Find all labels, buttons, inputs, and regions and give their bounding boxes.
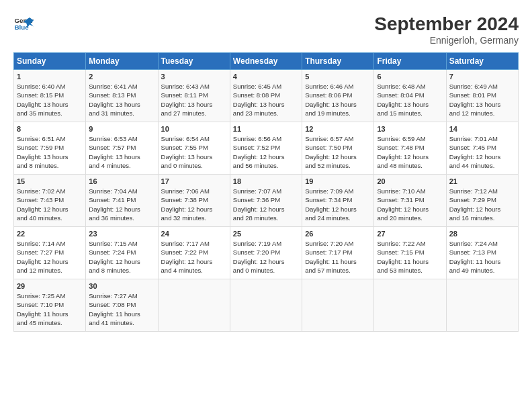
day-info-line: Sunrise: 6:57 AM — [305, 134, 371, 143]
calendar-cell: 17Sunrise: 7:06 AMSunset: 7:38 PMDayligh… — [158, 175, 230, 227]
day-info: Sunrise: 6:43 AMSunset: 8:11 PMDaylight:… — [161, 82, 227, 118]
day-info-line: Sunset: 7:10 PM — [17, 300, 83, 309]
day-info-line: and 19 minutes. — [305, 109, 371, 118]
day-info-line: Daylight: 12 hours — [161, 205, 227, 214]
day-info-line: Daylight: 13 hours — [161, 100, 227, 109]
day-info-line: Daylight: 12 hours — [17, 257, 83, 266]
day-info-line: Sunrise: 7:06 AM — [161, 187, 227, 195]
day-info-line: Sunset: 8:01 PM — [449, 91, 515, 99]
calendar-table: SundayMondayTuesdayWednesdayThursdayFrid… — [13, 52, 519, 332]
day-info-line: Sunset: 7:52 PM — [233, 143, 299, 152]
day-number: 7 — [449, 73, 515, 81]
day-info: Sunrise: 7:04 AMSunset: 7:41 PMDaylight:… — [89, 187, 154, 222]
day-header-monday: Monday — [86, 53, 158, 70]
day-info-line: Daylight: 11 hours — [449, 257, 515, 266]
day-number: 10 — [161, 125, 227, 133]
calendar-cell: 28Sunrise: 7:24 AMSunset: 7:13 PMDayligh… — [446, 227, 518, 279]
day-info-line: and 16 minutes. — [449, 214, 515, 222]
day-info-line: and 56 minutes. — [233, 161, 299, 170]
day-info-line: Daylight: 12 hours — [233, 257, 299, 266]
day-info: Sunrise: 6:59 AMSunset: 7:48 PMDaylight:… — [377, 134, 443, 170]
calendar-cell: 12Sunrise: 6:57 AMSunset: 7:50 PMDayligh… — [302, 122, 374, 175]
day-number: 18 — [233, 177, 299, 185]
day-info-line: Sunrise: 7:10 AM — [377, 187, 443, 195]
day-info-line: and 12 minutes. — [449, 109, 515, 118]
day-info-line: Sunset: 7:24 PM — [89, 248, 154, 257]
day-info: Sunrise: 7:24 AMSunset: 7:13 PMDaylight:… — [449, 239, 515, 275]
day-number: 6 — [377, 73, 443, 81]
day-info-line: Sunrise: 6:49 AM — [449, 82, 515, 91]
day-info-line: and 12 minutes. — [17, 266, 83, 275]
day-info-line: Sunrise: 7:25 AM — [17, 291, 83, 300]
logo: General Blue — [13, 13, 34, 34]
day-info-line: and 8 minutes. — [89, 266, 154, 275]
day-info-line: Daylight: 12 hours — [89, 257, 154, 266]
day-info-line: Sunrise: 7:20 AM — [305, 239, 371, 248]
day-info: Sunrise: 7:22 AMSunset: 7:15 PMDaylight:… — [377, 239, 443, 275]
day-header-saturday: Saturday — [446, 53, 518, 70]
day-info-line: and 15 minutes. — [377, 109, 443, 118]
day-info-line: Sunrise: 7:04 AM — [89, 187, 154, 195]
day-info-line: Daylight: 12 hours — [377, 205, 443, 214]
calendar-title: September 2024 — [374, 13, 519, 35]
calendar-cell — [302, 279, 374, 332]
day-info-line: Sunrise: 7:07 AM — [233, 187, 299, 195]
day-info-line: Daylight: 13 hours — [305, 100, 371, 109]
day-info-line: Daylight: 12 hours — [377, 152, 443, 161]
day-number: 26 — [305, 230, 371, 238]
day-info-line: Sunset: 7:29 PM — [449, 195, 515, 204]
day-info-line: Sunrise: 6:41 AM — [89, 82, 154, 91]
day-info-line: Sunset: 7:38 PM — [161, 195, 227, 204]
day-info: Sunrise: 6:46 AMSunset: 8:06 PMDaylight:… — [305, 82, 371, 118]
day-number: 28 — [449, 230, 515, 238]
calendar-cell: 14Sunrise: 7:01 AMSunset: 7:45 PMDayligh… — [446, 122, 518, 175]
day-info-line: Sunrise: 6:45 AM — [233, 82, 299, 91]
day-info-line: Sunset: 7:15 PM — [377, 248, 443, 257]
day-info-line: and 27 minutes. — [161, 109, 227, 118]
calendar-cell: 22Sunrise: 7:14 AMSunset: 7:27 PMDayligh… — [14, 227, 86, 279]
day-info-line: and 31 minutes. — [89, 109, 154, 118]
day-info-line: Sunset: 7:22 PM — [161, 248, 227, 257]
calendar-week-2: 8Sunrise: 6:51 AMSunset: 7:59 PMDaylight… — [14, 122, 519, 175]
page: General Blue September 2024 Ennigerloh, … — [0, 0, 532, 411]
calendar-cell — [374, 279, 446, 332]
calendar-cell: 30Sunrise: 7:27 AMSunset: 7:08 PMDayligh… — [86, 279, 158, 332]
day-info: Sunrise: 7:01 AMSunset: 7:45 PMDaylight:… — [449, 134, 515, 170]
day-info: Sunrise: 6:57 AMSunset: 7:50 PMDaylight:… — [305, 134, 371, 170]
day-info-line: Sunrise: 6:54 AM — [161, 134, 227, 143]
day-info-line: Sunset: 7:34 PM — [305, 195, 371, 204]
calendar-cell: 9Sunrise: 6:53 AMSunset: 7:57 PMDaylight… — [86, 122, 158, 175]
calendar-cell — [158, 279, 230, 332]
day-number: 24 — [161, 230, 227, 238]
day-number: 16 — [89, 177, 154, 185]
day-info-line: Sunset: 7:57 PM — [89, 143, 154, 152]
day-info-line: Sunset: 8:11 PM — [161, 91, 227, 99]
logo-icon: General Blue — [13, 13, 34, 34]
day-info-line: and 57 minutes. — [305, 266, 371, 275]
day-info-line: and 20 minutes. — [377, 214, 443, 222]
day-info: Sunrise: 7:02 AMSunset: 7:43 PMDaylight:… — [17, 187, 83, 222]
calendar-week-1: 1Sunrise: 6:40 AMSunset: 8:15 PMDaylight… — [14, 70, 519, 122]
day-info: Sunrise: 7:10 AMSunset: 7:31 PMDaylight:… — [377, 187, 443, 222]
day-info-line: and 48 minutes. — [377, 161, 443, 170]
day-info-line: Daylight: 12 hours — [449, 152, 515, 161]
day-number: 5 — [305, 73, 371, 81]
day-header-friday: Friday — [374, 53, 446, 70]
day-number: 4 — [233, 73, 299, 81]
day-info: Sunrise: 7:15 AMSunset: 7:24 PMDaylight:… — [89, 239, 154, 275]
day-info-line: and 0 minutes. — [233, 266, 299, 275]
day-info-line: and 45 minutes. — [17, 318, 83, 327]
day-info-line: Sunset: 7:08 PM — [89, 300, 154, 309]
calendar-cell: 10Sunrise: 6:54 AMSunset: 7:55 PMDayligh… — [158, 122, 230, 175]
day-info-line: Sunrise: 7:01 AM — [449, 134, 515, 143]
day-info-line: Sunrise: 6:48 AM — [377, 82, 443, 91]
calendar-week-5: 29Sunrise: 7:25 AMSunset: 7:10 PMDayligh… — [14, 279, 519, 332]
day-info-line: and 32 minutes. — [161, 214, 227, 222]
calendar-cell: 2Sunrise: 6:41 AMSunset: 8:13 PMDaylight… — [86, 70, 158, 122]
day-info: Sunrise: 6:41 AMSunset: 8:13 PMDaylight:… — [89, 82, 154, 118]
day-number: 9 — [89, 125, 154, 133]
day-number: 29 — [17, 282, 83, 290]
day-info-line: Daylight: 12 hours — [233, 152, 299, 161]
calendar-cell: 25Sunrise: 7:19 AMSunset: 7:20 PMDayligh… — [230, 227, 302, 279]
calendar-cell: 20Sunrise: 7:10 AMSunset: 7:31 PMDayligh… — [374, 175, 446, 227]
